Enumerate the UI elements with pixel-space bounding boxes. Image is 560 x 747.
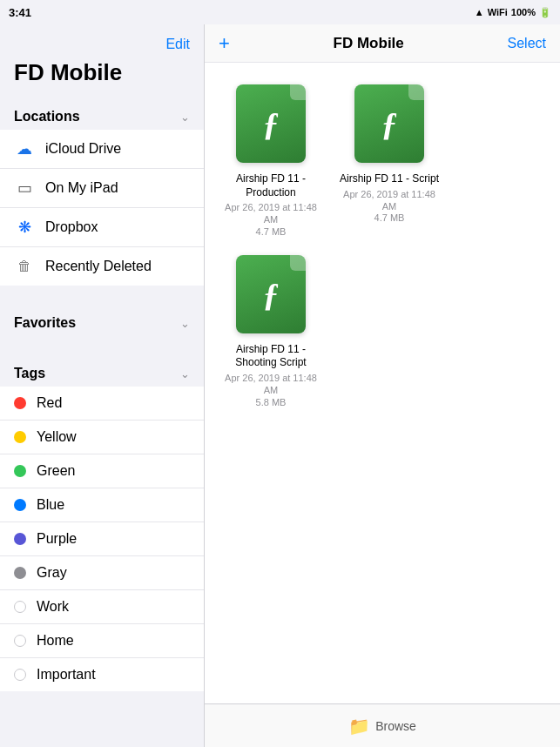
status-icons: ▲ WiFi 100% 🔋	[475, 7, 551, 18]
status-time: 3:41	[9, 6, 31, 19]
yellow-label: Yellow	[37, 429, 77, 445]
sidebar-header: Edit	[0, 24, 204, 59]
main-title: FD Mobile	[230, 35, 508, 52]
file-icon-script: ƒ	[346, 80, 433, 167]
file-date-shooting: Apr 26, 2019 at 11:48 AM	[219, 372, 323, 397]
sidebar-title: FD Mobile	[0, 59, 204, 100]
recently-deleted-label: Recently Deleted	[45, 259, 152, 274]
home-dot	[14, 635, 26, 647]
file-size-production: 4.7 MB	[256, 226, 287, 237]
favorites-section-header[interactable]: Favorites ⌄	[0, 306, 204, 336]
select-button[interactable]: Select	[508, 36, 546, 51]
blue-dot	[14, 499, 26, 511]
purple-label: Purple	[37, 531, 77, 547]
icloud-label: iCloud Drive	[45, 141, 121, 157]
file-item-production[interactable]: ƒ Airship FD 11 - Production Apr 26, 201…	[219, 80, 323, 237]
file-name-script: Airship FD 11 - Script	[340, 172, 439, 186]
favorites-label: Favorites	[14, 315, 76, 331]
file-letter-shooting: ƒ	[263, 275, 280, 313]
icloud-icon: ☁	[14, 138, 35, 159]
main-header: + FD Mobile Select	[205, 24, 560, 63]
work-label: Work	[37, 599, 69, 615]
file-size-script: 4.7 MB	[374, 212, 405, 223]
sidebar-item-ipad[interactable]: ▭ On My iPad	[0, 169, 204, 208]
sidebar-item-icloud[interactable]: ☁ iCloud Drive	[0, 130, 204, 169]
battery-label: 100%	[511, 7, 536, 17]
red-dot	[14, 397, 26, 409]
favorites-chevron-icon: ⌄	[180, 317, 190, 330]
battery-icon: 🔋	[539, 7, 551, 18]
locations-list: ☁ iCloud Drive ▭ On My iPad ❋ Dropbox 🗑 …	[0, 130, 204, 286]
yellow-dot	[14, 431, 26, 443]
gray-label: Gray	[37, 565, 67, 581]
tag-item-purple[interactable]: Purple	[0, 522, 204, 556]
tag-item-work[interactable]: Work	[0, 590, 204, 624]
file-item-script[interactable]: ƒ Airship FD 11 - Script Apr 26, 2019 at…	[337, 80, 442, 237]
file-doc-shooting: ƒ	[236, 255, 306, 333]
work-dot	[14, 601, 26, 613]
ipad-icon: ▭	[14, 178, 35, 199]
browse-label: Browse	[375, 719, 416, 733]
tag-item-home[interactable]: Home	[0, 624, 204, 658]
wifi-icon: WiFi	[488, 7, 508, 17]
tag-item-blue[interactable]: Blue	[0, 488, 204, 522]
divider-2	[0, 336, 204, 357]
file-date-production: Apr 26, 2019 at 11:48 AM	[219, 201, 323, 226]
sidebar-item-recently-deleted[interactable]: 🗑 Recently Deleted	[0, 247, 204, 286]
tags-chevron-icon: ⌄	[180, 367, 190, 380]
main-content: + FD Mobile Select ƒ Airship FD 11 - Pro…	[205, 24, 560, 747]
divider-1	[0, 286, 204, 306]
signal-icon: ▲	[475, 7, 484, 17]
ipad-label: On My iPad	[45, 180, 118, 196]
file-date-script: Apr 26, 2019 at 11:48 AM	[337, 188, 442, 213]
tag-item-important[interactable]: Important	[0, 658, 204, 691]
locations-label: Locations	[14, 109, 80, 124]
add-button[interactable]: +	[219, 32, 230, 55]
important-label: Important	[37, 667, 96, 683]
locations-section-header[interactable]: Locations ⌄	[0, 100, 204, 130]
tags-list: Red Yellow Green Blue Purple	[0, 387, 204, 691]
bottom-bar: 📁 Browse	[205, 703, 560, 747]
tag-item-gray[interactable]: Gray	[0, 556, 204, 590]
tag-item-green[interactable]: Green	[0, 454, 204, 488]
sidebar-item-dropbox[interactable]: ❋ Dropbox	[0, 208, 204, 247]
trash-icon: 🗑	[14, 256, 35, 277]
file-name-shooting: Airship FD 11 - Shooting Script	[219, 343, 323, 370]
browse-tab[interactable]: 📁 Browse	[348, 716, 416, 737]
tags-section-header[interactable]: Tags ⌄	[0, 357, 204, 387]
gray-dot	[14, 567, 26, 579]
edit-button[interactable]: Edit	[165, 37, 190, 52]
dropbox-label: Dropbox	[45, 219, 98, 235]
important-dot	[14, 669, 26, 681]
blue-label: Blue	[37, 497, 64, 513]
file-name-production: Airship FD 11 - Production	[219, 172, 323, 199]
tags-label: Tags	[14, 366, 45, 381]
file-doc-production: ƒ	[236, 84, 306, 163]
file-item-shooting[interactable]: ƒ Airship FD 11 - Shooting Script Apr 26…	[219, 251, 323, 407]
files-grid: ƒ Airship FD 11 - Production Apr 26, 201…	[205, 63, 560, 747]
app-container: Edit FD Mobile Locations ⌄ ☁ iCloud Driv…	[0, 24, 560, 747]
green-label: Green	[37, 463, 75, 479]
file-letter-script: ƒ	[381, 104, 398, 143]
locations-chevron-icon: ⌄	[180, 111, 190, 124]
sidebar: Edit FD Mobile Locations ⌄ ☁ iCloud Driv…	[0, 24, 205, 747]
browse-folder-icon: 📁	[348, 716, 370, 737]
file-icon-production: ƒ	[227, 80, 314, 167]
file-size-shooting: 5.8 MB	[256, 397, 287, 407]
file-icon-shooting: ƒ	[227, 251, 314, 338]
purple-dot	[14, 533, 26, 545]
file-doc-script: ƒ	[354, 84, 424, 163]
home-label: Home	[37, 633, 74, 649]
status-bar: 3:41 ▲ WiFi 100% 🔋	[0, 0, 560, 24]
dropbox-icon: ❋	[14, 217, 35, 238]
file-letter-production: ƒ	[263, 104, 280, 143]
red-label: Red	[37, 395, 62, 411]
green-dot	[14, 465, 26, 477]
tag-item-red[interactable]: Red	[0, 387, 204, 421]
tag-item-yellow[interactable]: Yellow	[0, 421, 204, 454]
